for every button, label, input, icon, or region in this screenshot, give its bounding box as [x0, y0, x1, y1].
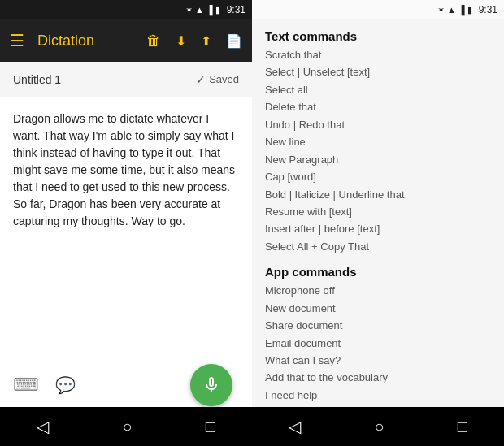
- cmd-add-vocabulary[interactable]: Add that to the vocabulary: [265, 369, 491, 386]
- nav-bar-left: ◁ ○ □: [0, 407, 252, 446]
- delete-icon[interactable]: 🗑: [146, 32, 161, 50]
- text-commands-list: Scratch that Select | Unselect [text] Se…: [265, 46, 491, 255]
- doc-content[interactable]: Dragon allows me to dictate whatever I w…: [0, 97, 252, 362]
- signal-icon-right: ▐: [458, 5, 465, 15]
- cmd-email-document[interactable]: Email document: [265, 335, 491, 352]
- chat-icon[interactable]: 💬: [55, 375, 76, 395]
- back-nav-icon[interactable]: ◁: [37, 417, 49, 436]
- doc-title[interactable]: Untitled 1: [13, 73, 196, 86]
- text-commands-title: Text commands: [265, 29, 491, 43]
- recents-nav-icon[interactable]: □: [206, 418, 215, 436]
- doc-header: Untitled 1 ✓ Saved: [0, 62, 252, 97]
- toolbar-actions: 🗑 ⬇ ⬆ 📄: [146, 32, 242, 50]
- cmd-mic-off[interactable]: Microphone off: [265, 282, 491, 299]
- time-left: 9:31: [227, 4, 245, 15]
- recents-nav-icon-right[interactable]: □: [458, 418, 467, 436]
- bluetooth-icon-right: ✶: [437, 5, 445, 15]
- saved-indicator: ✓ Saved: [196, 73, 239, 86]
- file-icon[interactable]: 📄: [226, 33, 242, 49]
- cmd-cap[interactable]: Cap [word]: [265, 168, 491, 185]
- wifi-icon-right: ▲: [447, 5, 456, 15]
- doc-text: Dragon allows me to dictate whatever I w…: [13, 110, 239, 230]
- wifi-icon: ▲: [195, 5, 204, 15]
- commands-panel: Text commands Scratch that Select | Unse…: [252, 19, 504, 407]
- toolbar: ☰ Dictation 🗑 ⬇ ⬆ 📄: [0, 19, 252, 62]
- status-bar-right: ✶ ▲ ▐ ▮ 9:31: [252, 0, 504, 19]
- cmd-delete-that[interactable]: Delete that: [265, 98, 491, 115]
- bluetooth-icon: ✶: [185, 5, 193, 15]
- app-commands-list: Microphone off New document Share docume…: [265, 282, 491, 404]
- mic-button[interactable]: [190, 364, 232, 406]
- cmd-select-unselect[interactable]: Select | Unselect [text]: [265, 63, 491, 80]
- cmd-scratch-that[interactable]: Scratch that: [265, 46, 491, 63]
- microphone-icon: [202, 375, 221, 395]
- cmd-bold-italicize[interactable]: Bold | Italicize | Underline that: [265, 186, 491, 203]
- cmd-select-all[interactable]: Select all: [265, 81, 491, 98]
- cmd-new-paragraph[interactable]: New Paragraph: [265, 151, 491, 168]
- saved-label: Saved: [209, 73, 239, 85]
- cmd-undo-redo[interactable]: Undo | Redo that: [265, 116, 491, 133]
- nav-bar-right: ◁ ○ □: [252, 407, 504, 446]
- status-bar-left: ✶ ▲ ▐ ▮ 9:31: [0, 0, 252, 19]
- signal-icon: ▐: [206, 5, 213, 15]
- menu-icon[interactable]: ☰: [10, 31, 24, 50]
- home-nav-icon-right[interactable]: ○: [374, 418, 384, 436]
- app-commands-title: App commands: [265, 265, 491, 279]
- status-icons-right: ✶ ▲ ▐ ▮: [437, 5, 472, 15]
- bottom-bar: ⌨ 💬: [0, 362, 252, 407]
- cmd-i-need-help[interactable]: I need help: [265, 387, 491, 404]
- cmd-what-can-i-say[interactable]: What can I say?: [265, 352, 491, 369]
- cmd-new-document[interactable]: New document: [265, 300, 491, 317]
- keyboard-icon[interactable]: ⌨: [13, 375, 39, 396]
- battery-icon: ▮: [215, 5, 220, 15]
- download-icon[interactable]: ⬇: [176, 33, 186, 49]
- status-icons-left: ✶ ▲ ▐ ▮: [185, 5, 220, 15]
- battery-icon-right: ▮: [467, 5, 472, 15]
- right-panel: ✶ ▲ ▐ ▮ 9:31 Text commands Scratch that …: [252, 0, 504, 446]
- cmd-share-document[interactable]: Share document: [265, 317, 491, 334]
- check-icon: ✓: [196, 73, 206, 86]
- left-panel: ✶ ▲ ▐ ▮ 9:31 ☰ Dictation 🗑 ⬇ ⬆ 📄 Untitle…: [0, 0, 252, 446]
- cmd-new-line[interactable]: New line: [265, 133, 491, 150]
- app-title: Dictation: [37, 32, 133, 50]
- share-icon[interactable]: ⬆: [201, 33, 211, 49]
- time-right: 9:31: [479, 4, 497, 15]
- cmd-insert-after-before[interactable]: Insert after | before [text]: [265, 220, 491, 237]
- home-nav-icon[interactable]: ○: [122, 418, 132, 436]
- cmd-resume-with[interactable]: Resume with [text]: [265, 203, 491, 220]
- cmd-select-all-copy[interactable]: Select All + Copy That: [265, 238, 491, 255]
- back-nav-icon-right[interactable]: ◁: [289, 417, 301, 436]
